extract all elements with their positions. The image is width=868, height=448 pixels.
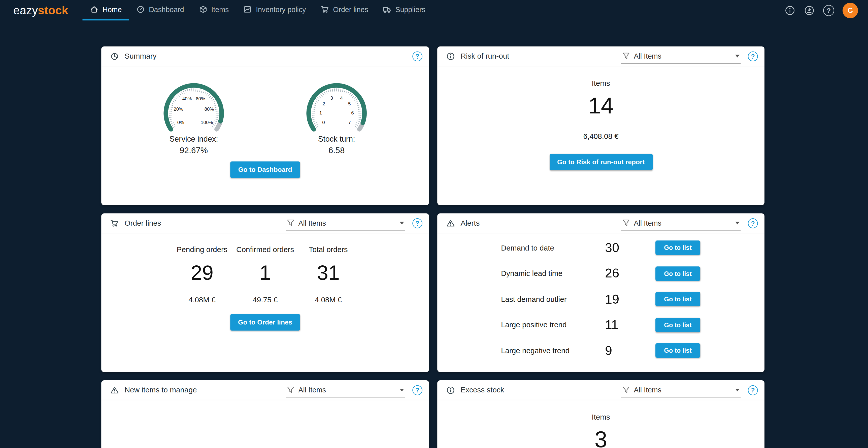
nav-item-label: Home [102, 5, 122, 13]
summary-card: Summary ? 0%20%40%60%80%100% Service ind… [101, 46, 429, 205]
download-icon[interactable] [804, 5, 815, 16]
help-icon[interactable]: ? [748, 51, 758, 61]
items-filter-dropdown[interactable]: All Items [621, 49, 741, 63]
nav-item-dashboard[interactable]: Dashboard [129, 0, 191, 21]
go-to-list-button[interactable]: Go to list [655, 343, 700, 358]
nav-item-label: Order lines [333, 5, 368, 13]
suppliers-icon [383, 5, 392, 14]
nav-item-label: Suppliers [396, 5, 426, 13]
help-icon[interactable]: ? [412, 218, 423, 228]
chevron-down-icon [735, 388, 740, 391]
go-to-risk-report-button[interactable]: Go to Risk of run-out report [549, 154, 652, 170]
nav-item-inventory-policy[interactable]: Inventory policy [236, 0, 313, 21]
items-filter-dropdown[interactable]: All Items [621, 383, 741, 397]
column-label: Pending orders [170, 245, 234, 254]
help-icon[interactable]: ? [823, 5, 834, 16]
items-filter-dropdown[interactable]: All Items [621, 216, 741, 230]
alert-row-large-negative-trend: Large negative trend 9 Go to list [437, 338, 765, 364]
nav-item-label: Items [211, 5, 229, 13]
alert-count: 11 [605, 317, 655, 332]
go-to-list-button[interactable]: Go to list [655, 241, 700, 255]
nav-right-actions: ? C [784, 2, 858, 18]
help-icon[interactable]: ? [412, 385, 423, 395]
alert-label: Last demand outlier [501, 295, 605, 303]
filter-value: All Items [634, 218, 661, 227]
go-to-order-lines-button[interactable]: Go to Order lines [230, 314, 300, 331]
svg-text:80%: 80% [205, 106, 214, 112]
avatar[interactable]: C [842, 2, 858, 18]
alerts-card-header: Alerts All Items ? [437, 213, 765, 233]
pie-chart-icon [110, 51, 119, 60]
svg-text:2: 2 [322, 101, 325, 106]
card-title: Summary [124, 52, 156, 60]
service-index-gauge-block: 0%20%40%60%80%100% Service index: 92.67% [138, 77, 249, 155]
card-title: Alerts [460, 219, 479, 227]
main-nav: Home Dashboard Items Inventory policy [83, 0, 433, 21]
gauge-label: Service index: [138, 134, 249, 143]
order-lines-icon [320, 5, 329, 14]
info-icon[interactable] [784, 5, 796, 16]
nav-item-suppliers[interactable]: Suppliers [376, 0, 433, 21]
alerts-body: Demand to date 30 Go to list Dynamic lea… [437, 233, 765, 364]
chevron-down-icon [735, 221, 740, 224]
help-icon[interactable]: ? [412, 51, 423, 61]
svg-text:0%: 0% [177, 120, 184, 125]
card-title: Order lines [124, 219, 161, 227]
alert-count: 30 [605, 240, 655, 255]
go-to-list-button[interactable]: Go to list [655, 292, 700, 306]
new-items-card-header: New items to manage All Items ? [101, 380, 429, 400]
column-value: 4.08M € [297, 296, 360, 304]
column-count: 1 [234, 262, 297, 285]
help-icon[interactable]: ? [748, 218, 758, 228]
order-lines-card: Order lines All Items ? Pending orders 2… [101, 213, 429, 372]
filter-value: All Items [299, 218, 326, 227]
svg-text:4: 4 [340, 95, 343, 101]
cart-icon [110, 218, 119, 228]
go-to-list-button[interactable]: Go to list [655, 318, 700, 332]
chevron-down-icon [400, 388, 404, 391]
svg-text:7: 7 [348, 120, 351, 125]
svg-text:3: 3 [331, 95, 333, 101]
dashboard-icon [136, 5, 145, 14]
pending-orders-column: Pending orders 29 4.08M € [170, 245, 234, 304]
go-to-dashboard-button[interactable]: Go to Dashboard [230, 162, 300, 178]
excess-item-count: 3 [595, 428, 607, 448]
summary-body: 0%20%40%60%80%100% Service index: 92.67%… [101, 66, 429, 155]
gauge-value: 6.58 [281, 145, 392, 155]
info-circle-icon [446, 386, 455, 394]
nav-item-home[interactable]: Home [83, 0, 129, 21]
column-count: 29 [170, 262, 234, 285]
help-icon[interactable]: ? [748, 385, 758, 395]
alert-row-dynamic-lead-time: Dynamic lead time 26 Go to list [437, 261, 765, 286]
risk-of-runout-card: Risk of run-out All Items ? Items 14 6,4… [437, 46, 765, 205]
items-label: Items [592, 79, 610, 87]
items-icon [198, 5, 207, 14]
gauge-label: Stock turn: [281, 134, 392, 143]
home-icon [90, 5, 99, 14]
items-filter-dropdown[interactable]: All Items [286, 383, 405, 397]
svg-text:6: 6 [351, 110, 354, 115]
summary-card-header: Summary ? [101, 46, 429, 66]
alert-count: 19 [605, 292, 655, 307]
chevron-down-icon [735, 54, 740, 57]
filter-value: All Items [299, 386, 326, 394]
nav-item-order-lines[interactable]: Order lines [313, 0, 375, 21]
brand-logo[interactable]: eazystock [13, 3, 68, 17]
column-label: Confirmed orders [234, 245, 297, 254]
svg-text:40%: 40% [182, 96, 192, 101]
confirmed-orders-column: Confirmed orders 1 49.75 € [234, 245, 297, 304]
excess-stock-body: Items 3 [437, 400, 765, 448]
svg-text:1: 1 [319, 110, 322, 115]
nav-item-items[interactable]: Items [191, 0, 236, 21]
alert-row-large-positive-trend: Large positive trend 11 Go to list [437, 312, 765, 338]
risk-total-value: 6,408.08 € [583, 132, 618, 140]
info-circle-icon [446, 51, 455, 60]
screen: eazystock Home Dashboard Items [0, 0, 868, 448]
items-filter-dropdown[interactable]: All Items [286, 216, 405, 230]
go-to-list-button[interactable]: Go to list [655, 266, 700, 281]
new-items-card: New items to manage All Items ? [101, 380, 429, 448]
dashboard-grid: Summary ? 0%20%40%60%80%100% Service ind… [101, 46, 868, 448]
filter-funnel-icon [622, 386, 630, 394]
nav-item-label: Dashboard [149, 5, 184, 13]
stock-turn-gauge: 01234567 [287, 77, 386, 133]
